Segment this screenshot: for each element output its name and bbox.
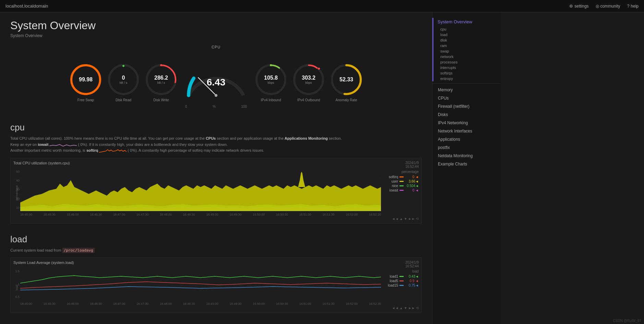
sidebar-postfix[interactable]: postfix: [432, 143, 501, 152]
load-zoom-controls: ◄◄ ▲ ▼ ►► ⟲: [13, 306, 419, 310]
cpu-legend-user-val: 3.66◄: [405, 180, 419, 183]
load1-dot: [399, 276, 404, 277]
svg-marker-26: [20, 180, 381, 211]
cpu-desc: Total CPU utilization (all cores). 100% …: [10, 136, 422, 154]
sidebar-applications[interactable]: Applications: [432, 135, 501, 143]
ipv4-in-value: 105.8: [264, 75, 278, 81]
cpu-legend-nice-label: nice: [392, 184, 398, 188]
community-link[interactable]: ◎ community: [596, 4, 620, 9]
user-dot: [399, 181, 404, 182]
ipv4-in-label: IPv4 Inbound: [261, 98, 281, 102]
load-chart: System Load Average (system.load) 2024/1…: [10, 257, 422, 313]
help-link[interactable]: ? help: [627, 4, 639, 9]
iowait-dot: [399, 190, 404, 191]
sidebar-active-section: System Overview cpu load disk ram swap n…: [432, 18, 501, 81]
cpu-legend-nice-val: 0.504◄: [405, 184, 419, 188]
nice-dot: [399, 185, 404, 186]
free-swap-label: Free Swap: [77, 98, 94, 102]
sidebar-sub-interrupts[interactable]: interrupts: [438, 65, 501, 70]
sidebar-active-label[interactable]: System Overview: [438, 18, 501, 26]
disk-write-value: 286.2: [154, 75, 168, 81]
svg-point-15: [318, 68, 320, 70]
anomaly-value: 52.33: [339, 77, 353, 83]
page-title: System Overview: [10, 19, 422, 32]
sidebar-disks[interactable]: Disks: [432, 111, 501, 119]
ipv4-in-unit: kbps: [264, 81, 278, 84]
load1-label: load1: [390, 275, 398, 278]
sidebar-network-interfaces[interactable]: Network Interfaces: [432, 127, 501, 135]
disk-write-label: Disk Write: [153, 98, 169, 102]
topbar: localhost.localdomain ⚙ settings ◎ commu…: [0, 0, 644, 12]
cpu-legend: percentage softirq 0 ◄ user 3.66◄ n: [381, 170, 419, 216]
cpu-title: cpu: [10, 122, 422, 133]
load-section: load Current system load read from /proc…: [10, 234, 422, 313]
sidebar-sub-swap[interactable]: swap: [438, 48, 501, 54]
cpu-legend-iowait-val: 0 ◄: [405, 188, 419, 192]
sidebar-sub-processes[interactable]: processes: [438, 59, 501, 65]
load-chart-svg: [20, 269, 381, 300]
ipv4-outbound-gauge: 303.2 kbps IPv4 Outbound: [291, 62, 326, 102]
disk-read-unit: kB / s: [120, 81, 128, 84]
free-swap-value: 99.98: [79, 77, 93, 83]
ipv4-out-unit: kbps: [302, 81, 315, 84]
gauge-row: 99.98 Free Swap: [10, 53, 422, 112]
sidebar-sub-softirqs[interactable]: softirqs: [438, 70, 501, 76]
load1-val: 0.43◄: [405, 275, 419, 278]
svg-marker-27: [298, 172, 305, 187]
load5-dot: [399, 280, 404, 281]
svg-point-7: [160, 64, 162, 66]
main-content: System Overview System Overview CPU 99.9…: [0, 12, 432, 324]
sidebar-ipv4[interactable]: IPv4 Networking: [432, 119, 501, 127]
proc-loadavg: /proc/loadavg: [62, 248, 95, 253]
cpu-legend-user-label: user: [392, 180, 398, 183]
ipv4-out-value: 303.2: [302, 75, 315, 81]
ipv4-inbound-gauge: 105.8 kbps IPv4 Inbound: [254, 62, 288, 102]
sidebar-sub-disk[interactable]: disk: [438, 37, 501, 43]
load-xaxis: 16:45:0016:45:3016:46:0016:46:30 16:47:0…: [20, 301, 381, 305]
page-layout: System Overview System Overview CPU 99.9…: [0, 12, 644, 324]
ipv4-out-label: IPv4 Outbound: [297, 98, 320, 102]
cpu-chart-title: Total CPU utilization (system.cpu): [13, 161, 70, 165]
disk-read-label: Disk Read: [116, 98, 131, 102]
load5-val: 0.9 ◄: [405, 279, 419, 283]
disk-read-value: 0: [120, 75, 128, 81]
sidebar-firewall[interactable]: Firewall (netfilter): [432, 102, 501, 111]
cpu-chart: Total CPU utilization (system.cpu) 2024/…: [10, 158, 422, 224]
anomaly-label: Anomaly Rate: [336, 98, 357, 102]
settings-link[interactable]: ⚙ settings: [569, 4, 588, 9]
cpu-section: cpu Total CPU utilization (all cores). 1…: [10, 122, 422, 224]
softirq-dot: [399, 176, 404, 177]
footer: CSDN @RuiW_97: [613, 319, 641, 323]
sidebar-sub-cpu[interactable]: cpu: [438, 26, 501, 32]
cpu-chart-timestamp: 2024/1/916:52:44: [405, 161, 419, 169]
cpu-legend-softirq-label: softirq: [389, 175, 398, 179]
page-subtitle: System Overview: [10, 33, 422, 38]
cpu-big-value: 6.43: [207, 77, 226, 88]
cpu-gauge-label: CPU: [10, 45, 422, 49]
sidebar-subitems: cpu load disk ram swap network processes…: [438, 26, 501, 81]
svg-point-12: [270, 64, 272, 66]
sidebar-netdata[interactable]: Netdata Monitoring: [432, 152, 501, 160]
load15-dot: [399, 285, 404, 286]
sidebar-sub-network[interactable]: network: [438, 54, 501, 59]
cpu-xaxis: 16:45:0016:45:3016:46:0016:46:30 16:47:0…: [20, 212, 381, 216]
hostname: localhost.localdomain: [5, 3, 48, 9]
top-links: ⚙ settings ◎ community ? help: [569, 4, 639, 9]
cpu-legend-softirq-val: 0 ◄: [405, 175, 419, 179]
svg-point-4: [122, 65, 124, 67]
load15-label: load15: [388, 284, 398, 287]
cpu-scale: 0 % 100: [185, 105, 247, 108]
svg-point-9: [215, 94, 217, 97]
sidebar-sub-load[interactable]: load: [438, 32, 501, 37]
load-chart-title: System Load Average (system.load): [13, 261, 74, 265]
sidebar-sub-entropy[interactable]: entropy: [438, 76, 501, 81]
anomaly-gauge: 52.33 Anomaly Rate: [329, 62, 363, 102]
sidebar-cpus[interactable]: CPUs: [432, 94, 501, 102]
disk-read-gauge: 0 kB / s Disk Read: [106, 62, 141, 102]
sidebar-example[interactable]: Example Charts: [432, 160, 501, 168]
load-legend: load load1 0.43◄ load5 0.9 ◄ load15: [381, 269, 419, 305]
sidebar-memory[interactable]: Memory: [432, 86, 501, 94]
disk-write-gauge: 286.2 kB / s Disk Write: [144, 62, 178, 102]
sidebar: System Overview cpu load disk ram swap n…: [432, 12, 501, 324]
sidebar-sub-ram[interactable]: ram: [438, 43, 501, 48]
